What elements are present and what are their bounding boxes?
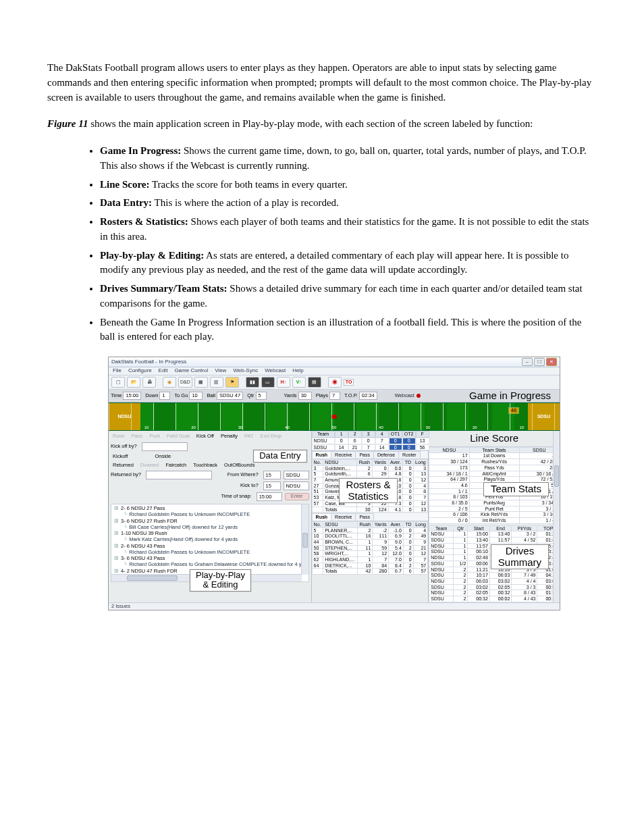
- gip-togo[interactable]: 10: [189, 392, 203, 400]
- close-button[interactable]: ✕: [546, 358, 557, 366]
- roster-col[interactable]: No.: [312, 460, 323, 466]
- drv-row[interactable]: NDSU202:0500:328 / 4301:33: [429, 590, 560, 596]
- de-snap-field[interactable]: 15:00: [257, 492, 282, 501]
- roster-row[interactable]: Totals422806.7657: [312, 569, 428, 575]
- drv-row[interactable]: SDSU1/200:0611:217 / 5503:44: [429, 561, 560, 567]
- roster-row[interactable]: 7Amundson,...12463.8012: [312, 477, 428, 484]
- roster-col[interactable]: TD: [403, 460, 413, 466]
- gip-ball[interactable]: SDSU 47: [217, 392, 243, 400]
- minimize-button[interactable]: –: [522, 358, 533, 366]
- roster-col[interactable]: Aver.: [389, 521, 404, 527]
- tb-webcast-icon[interactable]: ◉: [328, 377, 342, 388]
- pbp-row[interactable]: ⊞3- 6 NDSU 43 Pass: [114, 556, 307, 562]
- de-opt-pat[interactable]: PAT: [242, 433, 255, 440]
- tb-flag-icon[interactable]: ⚑: [225, 377, 239, 388]
- roster-row[interactable]: 64DIETRICK,...10848.4257: [312, 563, 428, 569]
- drv-col[interactable]: Qtr: [454, 525, 468, 531]
- roster-col[interactable]: NDSU: [323, 460, 357, 466]
- drv-col[interactable]: Pl/Yds: [512, 525, 537, 531]
- roster-row[interactable]: 5Goldsmith,...6294.8013: [312, 471, 428, 477]
- roster-row[interactable]: 27Gonzales,...242.004: [312, 483, 428, 489]
- tab-defense[interactable]: Defense: [373, 451, 399, 459]
- de-fromwhere-field[interactable]: 15: [263, 471, 281, 479]
- de-opt-enddrop[interactable]: End Drop: [258, 433, 284, 440]
- pbp-vscrollbar[interactable]: [301, 504, 308, 575]
- roster-col[interactable]: SDSU: [323, 521, 358, 527]
- pbp-row[interactable]: ⊞2- 6 NDSU 43 Pass: [114, 544, 307, 550]
- de-opt-faircatch[interactable]: Faircatch: [163, 462, 188, 469]
- tb-board1-icon[interactable]: ▮▮: [246, 377, 259, 388]
- gip-time[interactable]: 15:00: [123, 392, 141, 400]
- tb-open-icon[interactable]: 📂: [127, 377, 140, 388]
- de-opt-fg[interactable]: Field Goal: [165, 433, 192, 440]
- pbp-row[interactable]: └Richard Goldstein Passes to Unknown INC…: [114, 550, 307, 556]
- tab-receive-b[interactable]: Receive: [331, 513, 356, 521]
- pbp-row[interactable]: └Mark Katz Carries(Hand Off) downed for …: [114, 537, 307, 543]
- drv-row[interactable]: NDSU111:5706:1010 / 4005:47: [429, 543, 560, 549]
- de-enter-button[interactable]: Enter: [285, 493, 309, 500]
- roster-col[interactable]: Rush: [358, 521, 373, 527]
- pbp-row[interactable]: └Bill Case Carries(Hand Off) downed for …: [114, 525, 307, 531]
- de-opt-penalty[interactable]: Penalty: [219, 433, 240, 440]
- tb-dnd-button[interactable]: D&D: [178, 377, 192, 388]
- football-field[interactable]: NDSU SDSU 10 20 30 40 50 40 30 20 10 48: [109, 402, 560, 431]
- tb-new-icon[interactable]: ▢: [111, 377, 125, 388]
- menu-file[interactable]: File: [113, 368, 122, 374]
- de-kickoffby-field[interactable]: [142, 442, 188, 451]
- menu-gamecontrol[interactable]: Game Control: [174, 368, 208, 374]
- de-kickto-team[interactable]: NDSU: [284, 481, 309, 490]
- de-opt-onside[interactable]: Onside: [153, 453, 173, 460]
- tb-board2-icon[interactable]: ▭: [261, 377, 275, 388]
- drv-row[interactable]: SDSU106:1002:486 / 6803:22: [429, 549, 560, 555]
- pbp-row[interactable]: ⊞3- 6 NDSU 27 Rush FDR: [114, 519, 307, 525]
- tb-board3-icon[interactable]: ▤: [308, 377, 321, 388]
- tb-grid2-icon[interactable]: ▥: [210, 377, 223, 388]
- drv-row[interactable]: SDSU210:1706:037 / 4904:14: [429, 573, 560, 579]
- roster-row[interactable]: 3Goldstein,...200.003: [312, 465, 428, 471]
- roster-row[interactable]: 50STEPHEN,...11595.4221: [312, 545, 428, 551]
- pbp-row[interactable]: └Richard Goldstein Passes to Graham Dela…: [114, 562, 307, 568]
- ball-spot-icon[interactable]: [331, 415, 337, 419]
- de-opt-oob[interactable]: OutOfBounds: [222, 462, 257, 469]
- menu-view[interactable]: View: [215, 368, 226, 374]
- de-opt-rush[interactable]: Rush: [111, 433, 127, 440]
- roster-col[interactable]: Rush: [357, 460, 372, 466]
- menu-websync[interactable]: Web-Sync: [233, 368, 258, 374]
- de-kickto-field[interactable]: 15: [263, 481, 281, 490]
- roster-row[interactable]: 62HIGHLAND,...177.007: [312, 557, 428, 563]
- tb-print-icon[interactable]: 🖶: [142, 377, 156, 388]
- roster-row[interactable]: 10DOOLITTL...161116.9249: [312, 533, 428, 540]
- pbp-row[interactable]: └Richard Goldstein Passes to Unknown INC…: [114, 512, 307, 518]
- drv-row[interactable]: NDSU211:2110:163 / 501:05: [429, 567, 560, 573]
- de-opt-touchback[interactable]: Touchback: [191, 462, 219, 469]
- de-opt-kick[interactable]: Kickoff: [111, 453, 130, 460]
- roster-col[interactable]: Long: [413, 521, 428, 527]
- de-opt-downed[interactable]: Downed: [138, 462, 161, 469]
- roster-col[interactable]: TD: [403, 521, 413, 527]
- de-opt-pass[interactable]: Pass: [130, 433, 145, 440]
- de-returnedby-field[interactable]: [146, 471, 212, 479]
- de-opt-kickoff[interactable]: Kick Off: [194, 433, 216, 440]
- right-vscrollbar[interactable]: [553, 431, 560, 602]
- menu-webcast[interactable]: Webcast: [265, 368, 286, 374]
- roster-row[interactable]: 44BROWN, C...199.009: [312, 539, 428, 545]
- tab-pass[interactable]: Pass: [355, 451, 374, 459]
- drv-row[interactable]: NDSU206:0303:024 / 403:01: [429, 578, 560, 584]
- drv-row[interactable]: SDSU200:3200:024 / 4300:30: [429, 596, 560, 602]
- tb-ht-button[interactable]: H↑: [277, 377, 290, 388]
- menu-configure[interactable]: Configure: [128, 368, 152, 374]
- menu-help[interactable]: Help: [292, 368, 303, 374]
- tab-rush[interactable]: Rush: [312, 451, 332, 459]
- tab-pass-b[interactable]: Pass: [355, 513, 374, 521]
- maximize-button[interactable]: ☐: [534, 358, 545, 366]
- drv-col[interactable]: End: [489, 525, 512, 531]
- roster-col[interactable]: Yards: [373, 521, 389, 527]
- tab-receive[interactable]: Receive: [331, 451, 356, 459]
- menu-edit[interactable]: Edit: [159, 368, 168, 374]
- roster-row[interactable]: 53Katz, Mark4153.807: [312, 495, 428, 501]
- roster-row[interactable]: 58WRIGHT,...11212.0012: [312, 551, 428, 557]
- tb-grid1-icon[interactable]: ▦: [194, 377, 208, 388]
- de-opt-punt[interactable]: Punt: [147, 433, 161, 440]
- tb-vt-button[interactable]: V↑: [292, 377, 306, 388]
- roster-col[interactable]: Yards: [372, 460, 388, 466]
